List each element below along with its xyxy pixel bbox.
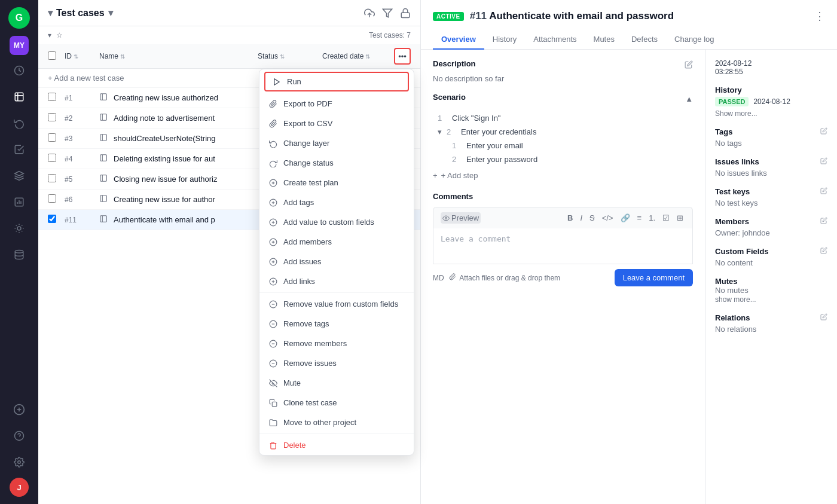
sidebar-item-checklist[interactable] (8, 139, 30, 160)
members-section: Members Owner: johndoe (715, 217, 827, 237)
scenario-collapse-icon[interactable]: ▲ (685, 94, 693, 103)
sidebar-item-tests[interactable] (8, 86, 30, 108)
menu-item-change-layer[interactable]: Change layer (259, 133, 414, 153)
row-checkbox-6[interactable] (48, 194, 56, 203)
sidebar-item-refresh[interactable] (8, 112, 30, 134)
header-id[interactable]: ID ⇅ (65, 52, 94, 60)
tab-defects[interactable]: Defects (623, 30, 666, 50)
relations-edit-icon[interactable] (820, 313, 827, 322)
menu-item-add-issues[interactable]: Add issues (259, 252, 414, 271)
step-row-2: ▾ 2 Enter your credentials (438, 125, 693, 139)
row-checkbox-1[interactable] (48, 93, 56, 101)
chevron-down-icon[interactable]: ▾ (48, 7, 53, 19)
sidebar-item-storage[interactable] (8, 244, 30, 265)
folder-icon (269, 419, 277, 427)
sidebar-item-help[interactable] (8, 425, 30, 447)
menu-item-remove-tags[interactable]: Remove tags (259, 314, 414, 334)
issues-links-edit-icon[interactable] (820, 157, 827, 166)
menu-item-add-tags-label: Add tags (283, 198, 314, 207)
leave-comment-button[interactable]: Leave a comment (615, 269, 693, 286)
sidebar-item-rocket[interactable] (8, 165, 30, 187)
test-keys-edit-icon[interactable] (820, 187, 827, 196)
sidebar-item-bar-chart[interactable] (8, 191, 30, 213)
header-status[interactable]: Status ⇅ (258, 52, 317, 60)
checklist-btn[interactable]: ☑ (661, 212, 671, 224)
detail-more-button[interactable]: ⋮ (814, 10, 825, 23)
show-more-history[interactable]: Show more... (715, 109, 757, 118)
sidebar-item-settings[interactable] (8, 451, 30, 473)
tab-overview[interactable]: Overview (433, 30, 484, 50)
test-cases-count: Test cases: 7 (369, 31, 411, 39)
menu-item-run[interactable]: Run (264, 72, 409, 91)
table-btn[interactable]: ⊞ (675, 212, 685, 224)
test-icon-1 (99, 93, 108, 103)
tags-section: Tags No tags (715, 127, 827, 148)
dropdown-icon[interactable]: ▾ (108, 7, 113, 19)
menu-item-add-members[interactable]: Add members (259, 232, 414, 252)
step-text-2: Enter your credentials (461, 127, 536, 136)
menu-item-add-value-custom[interactable]: Add value to custom fields (259, 212, 414, 232)
bold-btn[interactable]: B (566, 212, 575, 224)
user-avatar-bottom[interactable]: J (10, 478, 29, 497)
code-btn[interactable]: </> (600, 212, 615, 224)
app-logo[interactable]: G (8, 7, 30, 29)
row-checkbox-4[interactable] (48, 154, 56, 162)
comment-placeholder: Leave a comment (441, 234, 511, 243)
sub-step-text-1: Enter your email (466, 141, 523, 150)
plus-circle-icon-tags (269, 198, 277, 207)
filter-icon[interactable] (382, 8, 393, 19)
row-checkbox-2[interactable] (48, 113, 56, 121)
menu-item-export-csv[interactable]: Export to CSV (259, 114, 414, 133)
select-all-checkbox[interactable] (48, 51, 56, 60)
custom-fields-edit-icon[interactable] (820, 247, 827, 256)
menu-item-add-links[interactable]: Add links (259, 271, 414, 291)
upload-icon[interactable] (364, 8, 375, 19)
menu-item-change-status[interactable]: Change status (259, 153, 414, 173)
star-icon[interactable]: ☆ (56, 31, 63, 39)
menu-item-delete[interactable]: Delete (259, 435, 414, 455)
tab-mutes[interactable]: Mutes (585, 30, 623, 50)
unordered-list-btn[interactable]: ≡ (636, 212, 644, 224)
menu-item-export-pdf[interactable]: Export to PDF (259, 94, 414, 114)
ordered-list-btn[interactable]: 1. (647, 212, 657, 224)
history-date: 2024-08-12 (753, 97, 790, 106)
add-step-button[interactable]: + + Add step (433, 171, 693, 180)
step-expand-2[interactable]: ▾ (438, 127, 442, 136)
workspace-avatar[interactable]: MY (10, 36, 29, 55)
show-more-mutes[interactable]: show more... (715, 295, 756, 304)
preview-tab[interactable]: Preview (441, 212, 481, 224)
tab-history[interactable]: History (484, 30, 525, 50)
menu-item-remove-issues[interactable]: Remove issues (259, 353, 414, 373)
row-checkbox-5[interactable] (48, 174, 56, 182)
comments-label: Comments (433, 192, 693, 201)
sub-step-text-2: Enter your password (466, 155, 537, 164)
italic-btn[interactable]: I (578, 212, 584, 224)
sidebar-item-add[interactable] (8, 399, 30, 420)
members-edit-icon[interactable] (820, 217, 827, 226)
menu-item-mute[interactable]: Mute (259, 373, 414, 393)
menu-item-move[interactable]: Move to other project (259, 413, 414, 432)
tab-attachments[interactable]: Attachments (525, 30, 585, 50)
menu-item-create-test-plan[interactable]: Create test plan (259, 173, 414, 193)
link-btn[interactable]: 🔗 (619, 212, 632, 224)
comment-editor[interactable]: Leave a comment (433, 228, 693, 264)
header-date[interactable]: Created date ⇅ (322, 52, 388, 60)
menu-item-clone-label: Clone test case (283, 398, 337, 407)
strikethrough-btn[interactable]: S (588, 212, 597, 224)
more-button[interactable]: ••• (394, 48, 411, 65)
sidebar-item-dashboard[interactable] (8, 60, 30, 81)
menu-item-remove-members[interactable]: Remove members (259, 334, 414, 353)
tab-changelog[interactable]: Change log (666, 30, 723, 50)
header-name[interactable]: Name ⇅ (99, 52, 253, 60)
lock-icon[interactable] (400, 8, 411, 19)
menu-item-remove-value-custom[interactable]: Remove value from custom fields (259, 294, 414, 314)
expand-icon[interactable]: ▾ (48, 31, 51, 39)
description-edit-icon[interactable] (685, 60, 693, 71)
menu-item-add-tags[interactable]: Add tags (259, 193, 414, 212)
sidebar-item-bug[interactable] (8, 218, 30, 239)
test-icon-2 (99, 113, 108, 123)
row-checkbox-11[interactable] (48, 215, 56, 223)
row-checkbox-3[interactable] (48, 133, 56, 142)
menu-item-clone[interactable]: Clone test case (259, 393, 414, 413)
tags-edit-icon[interactable] (820, 127, 827, 136)
